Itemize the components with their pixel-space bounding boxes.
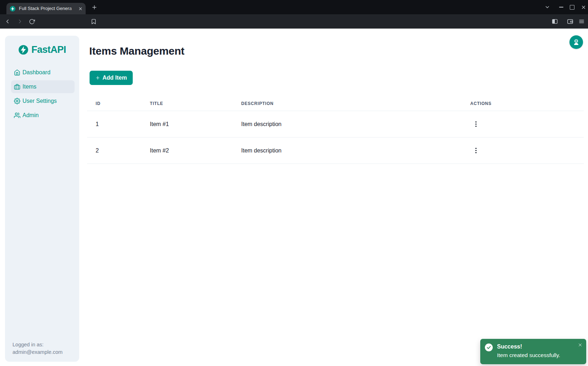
add-item-label: Add Item [102,75,127,81]
bookmark-button[interactable] [89,17,98,26]
tab-title: Full Stack Project Genera [19,6,77,11]
sidebar-item-dashboard[interactable]: Dashboard [11,66,75,79]
toast-message: Item created successfully. [497,352,560,359]
row-actions-button[interactable] [471,119,481,129]
briefcase-icon [14,84,20,90]
close-icon [78,6,83,11]
logged-in-info: Logged in as: admin@example.com [12,341,62,356]
sidebar-nav: Dashboard Items User Settings [11,66,75,123]
forward-icon [17,18,23,25]
cell-id: 1 [87,121,141,127]
toast-title: Success! [497,344,522,350]
add-item-button[interactable]: Add Item [90,71,133,85]
fastapi-bolt-icon [18,45,29,55]
gear-icon [14,98,20,104]
success-toast: Success! Item created successfully. [480,339,586,364]
toast-close-button[interactable] [577,342,583,348]
column-header-description: DESCRIPTION [233,101,462,106]
page-title: Items Management [89,44,184,57]
kebab-menu-icon [475,148,477,149]
wallet-icon [567,18,573,25]
table-row: 1 Item #1 Item description [87,111,584,137]
logo-text: FastAPI [31,44,66,55]
hamburger-menu-icon [578,18,585,25]
tab-search-button[interactable] [543,3,552,11]
users-icon [14,112,20,119]
cell-actions [462,146,584,156]
logged-in-label: Logged in as: [12,341,62,349]
back-icon [4,18,11,25]
column-header-id: ID [87,101,141,106]
close-icon [578,343,582,347]
user-astronaut-icon [572,38,580,46]
browser-tab-bar: Full Stack Project Genera [0,0,588,14]
cell-title: Item #1 [141,121,233,127]
reload-button[interactable] [27,17,36,26]
plus-icon [95,75,100,80]
sidebar: FastAPI Dashboard Items [5,36,79,362]
cell-description: Item description [233,121,462,127]
side-panel-button[interactable] [551,17,559,26]
sidebar-item-label: Admin [22,112,39,119]
cell-title: Item #2 [141,147,233,154]
tab-close-button[interactable] [77,5,84,12]
sidebar-item-admin[interactable]: Admin [11,109,75,122]
column-header-actions: ACTIONS [462,101,584,106]
browser-tab[interactable]: Full Stack Project Genera [6,3,86,14]
bookmark-icon [91,19,97,25]
check-icon [485,344,493,351]
sidebar-item-label: Items [22,84,36,90]
wallet-button[interactable] [566,17,574,26]
fastapi-logo: FastAPI [5,44,79,55]
maximize-icon [570,5,574,10]
browser-toolbar: localhost/items [0,14,588,29]
menu-button[interactable] [577,17,586,26]
forward-button[interactable] [16,17,24,26]
logged-in-email: admin@example.com [12,349,62,356]
close-window-button[interactable] [579,3,588,11]
sidebar-item-items[interactable]: Items [11,80,75,93]
user-avatar-button[interactable] [569,35,583,49]
column-header-title: TITLE [141,101,233,106]
new-tab-button[interactable] [90,3,98,11]
sidebar-item-user-settings[interactable]: User Settings [11,95,75,107]
table-row: 2 Item #2 Item description [87,137,584,164]
page-content: FastAPI Dashboard Items [0,29,588,366]
fastapi-bolt-icon [10,6,16,12]
chevron-down-icon [544,4,550,10]
sidebar-item-label: User Settings [22,98,57,104]
sidebar-item-label: Dashboard [22,69,50,76]
minimize-icon [559,7,563,7]
cell-id: 2 [87,147,141,154]
minimize-button[interactable] [557,3,566,11]
table-header-row: ID TITLE DESCRIPTION ACTIONS [87,96,584,111]
plus-icon [91,4,97,10]
cell-description: Item description [233,147,462,154]
items-table: ID TITLE DESCRIPTION ACTIONS 1 Item #1 I… [87,96,584,164]
back-button[interactable] [3,17,12,26]
close-icon [581,5,586,10]
reload-icon [29,19,35,25]
home-icon [14,69,20,76]
side-panel-icon [552,18,558,25]
row-actions-button[interactable] [471,146,481,156]
cell-actions [462,119,584,129]
kebab-menu-icon [475,121,477,123]
maximize-button[interactable] [568,3,576,11]
